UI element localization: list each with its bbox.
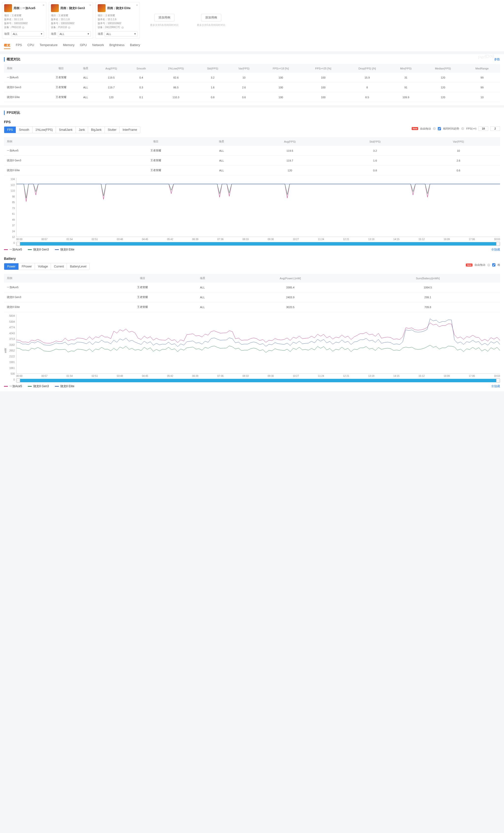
tab-cpu[interactable]: CPU	[27, 43, 34, 49]
battery-table: 用例项目场景Avg(Power) [mW]Sum(Battery)[mWh] 一…	[4, 274, 500, 312]
battery-sub-title: Battery	[4, 257, 500, 261]
legend-item[interactable]: 骁龙8 Gen3	[28, 247, 49, 252]
col-header: Median(FPS)	[422, 64, 464, 73]
trend-label: 相同时间趋势	[443, 127, 459, 130]
pill-stutter[interactable]: Stutter	[105, 126, 120, 133]
table-row: 一加Ace5王者荣耀ALL119.50.482.63.21010010015.9…	[4, 73, 500, 82]
thresh-input-2[interactable]	[490, 126, 500, 131]
pill-current[interactable]: Current	[51, 263, 67, 270]
scene-select[interactable]: ALL▾	[58, 31, 91, 37]
fps-plot-area[interactable]	[16, 178, 500, 237]
overview-table: 用例项目场景Avg(FPS)Smooth1%Low(FPS)Std(FPS)Va…	[4, 64, 500, 102]
case-title: 用例：骁龙8 Gen3	[60, 6, 85, 10]
tab-fps[interactable]: FPS	[16, 43, 22, 49]
close-icon[interactable]: ×	[89, 3, 91, 7]
tab-brightness[interactable]: Brightness	[109, 43, 125, 49]
pill-voltage[interactable]: Voltage	[35, 263, 51, 270]
scene-select[interactable]: ALL▾	[105, 31, 137, 37]
col-header: Min(FPS)	[390, 64, 422, 73]
fps-sub-title: FPS	[4, 120, 500, 124]
case-thumbnail	[4, 4, 12, 12]
help-icon[interactable]: ?	[487, 264, 490, 266]
battery-metric-tabs: Power FPower Voltage Current BatteryLeve…	[4, 263, 90, 270]
pill-jank[interactable]: Jank	[76, 126, 88, 133]
add-case-button[interactable]: 添加用例	[154, 14, 175, 21]
battery-plot-area[interactable]	[16, 314, 500, 374]
legend-item[interactable]: 骁龙8 Gen3	[28, 384, 49, 388]
col-header: 场景	[180, 274, 225, 283]
info-icon[interactable]: i	[22, 26, 24, 29]
table-row: 一加Ace5王者荣耀ALL3385.41064.5	[4, 283, 500, 292]
scene-label: 场景	[4, 32, 9, 36]
pill-batterylevel[interactable]: BatteryLevel	[67, 263, 89, 270]
time-slider[interactable]: ⋮⋮ ⋮⋮	[16, 242, 500, 245]
trend-checkbox[interactable]	[492, 263, 496, 266]
fps-metric-tabs: FPS Smooth 1%Low(FPS) SmallJank Jank Big…	[4, 126, 140, 133]
add-case-slot: 添加用例 最多支持5条用例同时对比	[189, 2, 233, 39]
info-icon[interactable]: i	[68, 26, 70, 29]
table-row: 骁龙8 Gen3王者荣耀ALL2403.9299.1	[4, 292, 500, 302]
pill-bigjank[interactable]: BigJank	[88, 126, 105, 133]
case-thumbnail	[51, 4, 59, 12]
case-card-2: × 用例：骁龙8 Elite 项目：王者荣耀 版本名：10.1.1.6 版本号：…	[96, 2, 140, 39]
fps-chart: 13412211098857361493724120 00:0000:5701:…	[4, 178, 500, 252]
help-icon[interactable]: ?	[461, 127, 464, 130]
info-icon[interactable]: i	[121, 26, 124, 29]
scene-select[interactable]: ALL▾	[11, 31, 44, 37]
col-header: 项目	[115, 137, 197, 146]
slider-handle-right[interactable]: ⋮⋮	[496, 379, 500, 382]
add-case-button[interactable]: 添加用例	[201, 14, 221, 21]
thresh-input[interactable]	[478, 126, 488, 131]
overview-title: 概览对比	[4, 57, 20, 62]
col-header: 用例	[4, 274, 105, 283]
chevron-down-icon: ▾	[87, 32, 89, 35]
col-header: Drop(FPS) [/h]	[345, 64, 390, 73]
slider-handle-left[interactable]: ⋮⋮	[16, 379, 20, 382]
slider-handle-left[interactable]: ⋮⋮	[16, 242, 20, 246]
chevron-down-icon: ▾	[41, 32, 42, 35]
tab-battery[interactable]: Battery	[130, 43, 140, 49]
legend-item[interactable]: 骁龙8 Elite	[55, 247, 74, 252]
pill-smalljank[interactable]: SmallJank	[56, 126, 76, 133]
pill-fps[interactable]: FPS	[4, 126, 16, 133]
pill-interframe[interactable]: InterFrame	[120, 126, 140, 133]
col-header: 场景	[197, 137, 247, 146]
tab-overview[interactable]: 概览	[4, 43, 10, 49]
tab-network[interactable]: Network	[92, 43, 104, 49]
free-drag-label: 自由拖动	[420, 127, 431, 130]
col-header: 用例	[4, 137, 115, 146]
scene-label: 场景	[98, 32, 103, 36]
trend-checkbox[interactable]	[438, 127, 441, 130]
close-icon[interactable]: ×	[136, 3, 138, 7]
overview-section: PerfDog 概览对比 参数 用例项目场景Avg(FPS)Smooth1%Lo…	[0, 54, 504, 105]
case-card-0: × 用例：一加Ace5 项目：王者荣耀 版本名：10.1.1.6 版本号：100…	[2, 2, 46, 39]
add-case-hint: 最多支持5条用例同时对比	[197, 23, 225, 27]
hide-all-link[interactable]: 全隐藏	[491, 384, 500, 388]
add-case-hint: 最多支持5条用例同时对比	[150, 23, 179, 27]
col-header: Smooth	[127, 64, 155, 73]
params-link[interactable]: 参数	[494, 57, 500, 62]
pill-fpower[interactable]: FPower	[19, 263, 35, 270]
pill-power[interactable]: Power	[4, 263, 19, 270]
help-icon[interactable]: ?	[433, 127, 436, 130]
slider-handle-right[interactable]: ⋮⋮	[496, 242, 500, 246]
col-header: Sum(Battery)[mWh]	[356, 274, 500, 283]
tab-memory[interactable]: Memory	[63, 43, 75, 49]
legend-item[interactable]: 一加Ace5	[4, 384, 22, 388]
scene-label: 场景	[51, 32, 56, 36]
col-header: 项目	[105, 274, 180, 283]
tab-temperature[interactable]: Temperature	[40, 43, 57, 49]
time-slider[interactable]: ⋮⋮ ⋮⋮	[16, 379, 500, 382]
legend-item[interactable]: 一加Ace5	[4, 247, 22, 252]
legend-item[interactable]: 骁龙8 Elite	[55, 384, 74, 388]
trend-label: 相	[497, 263, 500, 267]
pill-smooth[interactable]: Smooth	[16, 126, 32, 133]
hide-all-link[interactable]: 全隐藏	[491, 247, 500, 252]
battery-chart: mW 5834530447744243371331822652212215911…	[4, 314, 500, 388]
close-icon[interactable]: ×	[43, 3, 45, 7]
col-header: Avg(FPS)	[95, 64, 127, 73]
tab-gpu[interactable]: GPU	[80, 43, 87, 49]
pill-1lowfps[interactable]: 1%Low(FPS)	[32, 126, 56, 133]
new-badge: New	[412, 127, 418, 130]
new-badge: New	[466, 264, 473, 266]
